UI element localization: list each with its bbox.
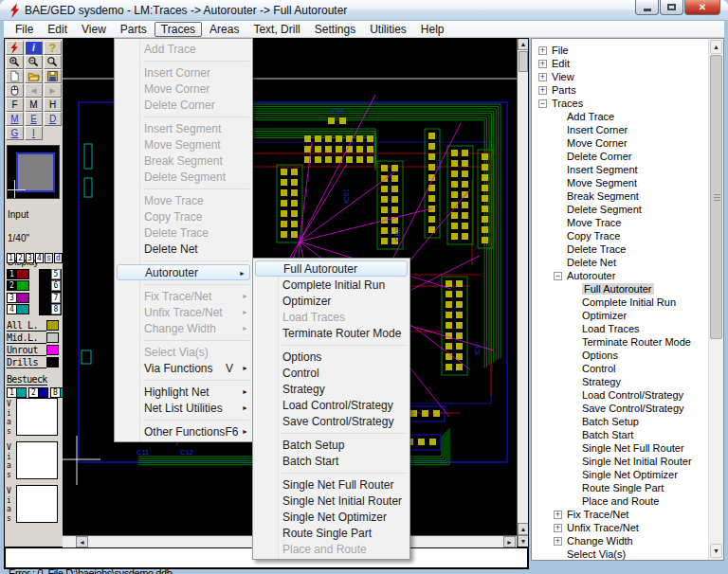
layer-number[interactable]: 3 — [7, 293, 17, 303]
layer-number-5[interactable]: 5 — [51, 269, 61, 279]
tree-item-delete-trace[interactable]: Delete Trace — [532, 242, 707, 256]
tree-item-load-control-strategy[interactable]: Load Control/Strategy — [532, 388, 707, 402]
tree-item-file[interactable]: +File — [532, 44, 707, 57]
tree-scroll-down-button[interactable]: ▼ — [710, 544, 722, 558]
tree-item-strategy[interactable]: Strategy — [532, 375, 707, 388]
scroll-up-button[interactable]: ▲ — [518, 38, 529, 50]
layer-color-swatch[interactable] — [17, 304, 29, 314]
legend-row-mid-l[interactable]: Mid.L. — [7, 332, 62, 344]
tree-item-select-via-s[interactable]: Select Via(s) — [532, 547, 707, 561]
menu-item-delete-net[interactable]: Delete Net — [115, 241, 252, 257]
tree-item-insert-segment[interactable]: Insert Segment — [532, 163, 707, 176]
tree-scroll-up-button[interactable]: ▲ — [710, 40, 722, 54]
canvas-vertical-scrollbar[interactable]: ▲ ▲ ▼ — [517, 38, 529, 547]
tree-item-add-trace[interactable]: Add Trace — [532, 110, 707, 123]
toolbar-mouse-icon[interactable] — [6, 83, 24, 98]
tree-expand-icon[interactable]: + — [554, 511, 562, 519]
tree-item-parts[interactable]: +Parts — [532, 83, 707, 97]
layer-mode-button-3[interactable]: 3 — [26, 253, 34, 263]
toolbar-button-m-15[interactable]: M — [6, 112, 24, 126]
toolbar-save-file-icon[interactable] — [44, 69, 62, 83]
tree-item-unfix-trace-net[interactable]: +Unfix Trace/Net — [532, 521, 707, 534]
menu-item-insert-segment[interactable]: Insert Segment — [115, 120, 252, 136]
menubar-item-edit[interactable]: Edit — [41, 22, 74, 37]
toolbar-button-f-12[interactable]: F — [6, 98, 24, 112]
menu-item-options[interactable]: Options — [253, 349, 410, 365]
menu-item-single-net-optimizer[interactable]: Single Net Optimizer — [253, 509, 410, 525]
menu-item-delete-segment[interactable]: Delete Segment — [115, 169, 252, 185]
menu-item-delete-trace[interactable]: Delete Trace — [115, 224, 252, 241]
bestueck-number[interactable]: 1 — [7, 387, 17, 398]
tree-item-place-and-route[interactable]: Place and Route — [532, 494, 707, 508]
layer-mode-button-1[interactable]: 1 — [7, 253, 15, 263]
tree-item-fix-trace-net[interactable]: +Fix Trace/Net — [532, 508, 707, 521]
toolbar-button-i-19[interactable]: I — [25, 126, 43, 140]
menu-item-route-single-part[interactable]: Route Single Part — [253, 525, 410, 541]
menu-item-move-corner[interactable]: Move Corner — [115, 81, 252, 97]
bestueck-number[interactable]: B — [50, 387, 61, 398]
menu-item-delete-corner[interactable]: Delete Corner — [115, 97, 252, 113]
tree-expand-icon[interactable]: + — [554, 524, 562, 532]
tree-item-move-trace[interactable]: Move Trace — [532, 216, 707, 229]
toolbar-prev-icon[interactable]: ◄ — [25, 83, 43, 98]
close-button[interactable]: ✕ — [684, 0, 720, 15]
maximize-button[interactable] — [660, 0, 683, 15]
bestueck-color-swatch[interactable] — [39, 387, 48, 398]
canvas-vscroll-thumb[interactable] — [519, 51, 528, 72]
menu-item-load-traces[interactable]: Load Traces — [253, 309, 410, 325]
tree-item-traces[interactable]: −Traces — [532, 97, 707, 110]
toolbar-button-e-16[interactable]: E — [25, 112, 43, 126]
tree-expand-icon[interactable]: + — [538, 60, 547, 68]
menu-item-copy-trace[interactable]: Copy Trace — [115, 208, 252, 224]
tree-item-move-segment[interactable]: Move Segment — [532, 176, 707, 189]
toolbar-zoom-out-icon[interactable] — [25, 55, 43, 69]
menu-item-batch-start[interactable]: Batch Start — [253, 453, 410, 469]
tree-scrollbar[interactable]: ▲ ▼ — [708, 39, 723, 560]
tree-expand-icon[interactable]: + — [554, 537, 562, 546]
layer-mode-button-2[interactable]: 2 — [16, 253, 25, 263]
layer-number-6[interactable]: 6 — [51, 280, 61, 291]
scroll-up-button2[interactable]: ▲ — [518, 523, 529, 535]
layer-mode-button-d[interactable]: d — [54, 253, 63, 263]
tree-item-load-traces[interactable]: Load Traces — [532, 322, 707, 335]
menu-item-highlight-net[interactable]: Highlight Net► — [115, 384, 252, 400]
menu-item-add-trace[interactable]: Add Trace — [115, 41, 252, 57]
layer-row-2[interactable]: 2 — [7, 280, 29, 292]
tree-item-insert-corner[interactable]: Insert Corner — [532, 123, 707, 136]
layer-mode-button-4[interactable]: 4 — [35, 253, 44, 263]
toolbar-button-d-17[interactable]: D — [44, 112, 62, 126]
tree-item-edit[interactable]: +Edit — [532, 57, 707, 70]
menu-item-terminate-router-mode[interactable]: Terminate Router Mode — [253, 325, 410, 341]
menu-item-move-trace[interactable]: Move Trace — [115, 192, 252, 208]
toolbar-info-icon[interactable]: i — [25, 41, 43, 55]
tree-item-complete-initial-run[interactable]: Complete Initial Run — [532, 296, 707, 309]
menu-item-other-functions[interactable]: Other FunctionsF6► — [115, 423, 252, 439]
board-overview-pane[interactable] — [7, 145, 60, 199]
menubar-item-text-drill[interactable]: Text, Drill — [246, 22, 306, 37]
tree-item-save-control-strategy[interactable]: Save Control/Strategy — [532, 402, 707, 415]
tree-item-batch-start[interactable]: Batch Start — [532, 428, 707, 441]
menu-item-full-autorouter[interactable]: Full Autorouter — [255, 260, 408, 277]
toolbar-new-file-icon[interactable] — [6, 69, 24, 83]
menubar-item-areas[interactable]: Areas — [203, 22, 246, 37]
tree-expand-icon[interactable]: + — [538, 86, 547, 95]
scroll-left-button[interactable]: ◄ — [76, 536, 88, 547]
tree-collapse-icon[interactable]: − — [554, 272, 562, 280]
menubar-item-parts[interactable]: Parts — [114, 22, 154, 37]
menubar-item-help[interactable]: Help — [414, 22, 451, 37]
menubar-item-settings[interactable]: Settings — [308, 22, 362, 37]
tree-item-break-segment[interactable]: Break Segment — [532, 189, 707, 203]
minimize-button[interactable] — [635, 0, 659, 15]
menu-item-single-net-initial-router[interactable]: Single Net Initial Router — [253, 493, 410, 509]
toolbar-zoom-window-icon[interactable] — [44, 55, 62, 69]
tree-item-control[interactable]: Control — [532, 362, 707, 375]
menubar-item-traces[interactable]: Traces — [155, 22, 202, 37]
menu-item-select-via-s[interactable]: Select Via(s) — [115, 344, 252, 360]
toolbar-zoom-in-icon[interactable] — [6, 55, 24, 69]
tree-item-route-single-part[interactable]: Route Single Part — [532, 481, 707, 494]
layer-color-swatch[interactable] — [17, 280, 29, 291]
tree-collapse-icon[interactable]: − — [538, 99, 547, 108]
scroll-right-button[interactable]: ► — [503, 536, 516, 547]
layer-mode-button-s[interactable]: s — [45, 253, 53, 263]
legend-row-unrout[interactable]: Unrout — [7, 344, 62, 356]
